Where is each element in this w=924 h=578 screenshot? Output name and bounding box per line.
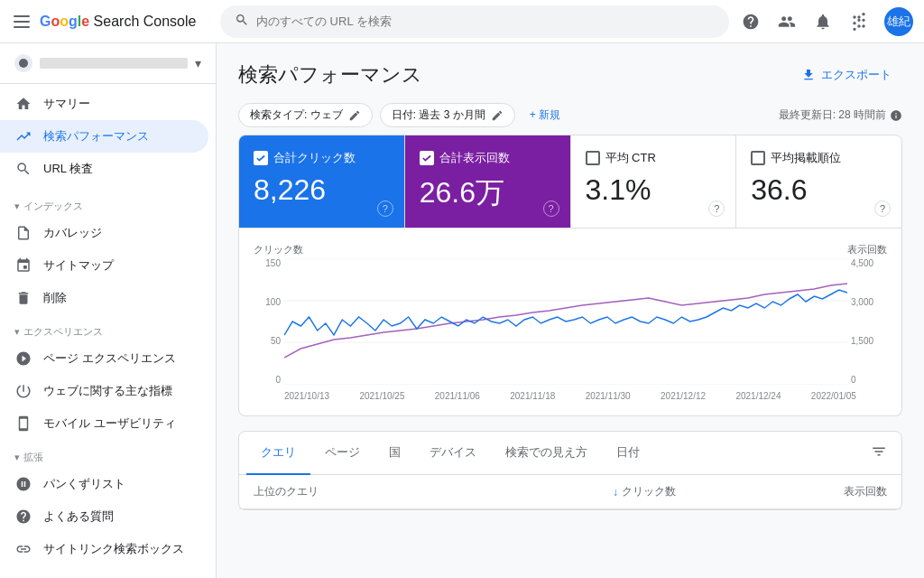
metric-value: 8,226 (254, 173, 390, 207)
tab-search-appearance[interactable]: 検索での見え方 (491, 432, 602, 475)
metric-checkbox[interactable] (751, 151, 765, 165)
tab-pages[interactable]: ページ (310, 432, 374, 475)
sidebar-item-url-inspection[interactable]: URL 検査 (0, 153, 208, 185)
experience-category: ▾ エクスペリエンス (0, 314, 216, 342)
svg-rect-0 (14, 15, 30, 17)
sidebar-item-page-experience[interactable]: ページ エクスペリエンス (0, 342, 208, 375)
x-label-5: 2021/12/12 (661, 391, 706, 401)
dropdown-arrow-icon: ▾ (195, 56, 201, 70)
search-bar[interactable] (220, 5, 729, 38)
sidebar-item-label: 削除 (43, 290, 67, 306)
avatar[interactable]: 雄紀 (884, 7, 913, 36)
chart-left-label: クリック数 (254, 243, 303, 256)
y-axis-right-zero: 0 (851, 375, 887, 385)
faq-icon (14, 508, 32, 526)
add-filter-button[interactable]: + 新規 (522, 104, 568, 126)
sidebar-item-sitelinks[interactable]: サイトリンク検索ボックス (0, 533, 208, 565)
sidebar-item-label: パンくずリスト (43, 476, 125, 492)
metric-header: 平均 CTR (586, 150, 722, 166)
sidebar-item-search-performance[interactable]: 検索パフォーマンス (0, 120, 208, 153)
svg-rect-1 (14, 21, 30, 23)
sidebar-item-breadcrumbs[interactable]: パンくずリスト (0, 468, 208, 500)
svg-rect-2 (14, 26, 30, 28)
metric-info-icon[interactable]: ? (874, 200, 891, 217)
sidebar-item-web-vitals[interactable]: ウェブに関する主な指標 (0, 375, 208, 407)
metric-label: 平均掲載順位 (771, 150, 841, 166)
svg-point-3 (19, 59, 28, 68)
sidebar-item-coverage[interactable]: カバレッジ (0, 217, 208, 249)
metric-value: 3.1% (586, 173, 722, 207)
tabs-header: クエリ ページ 国 デバイス 検索での見え方 日付 (239, 432, 901, 475)
search-input[interactable] (256, 14, 715, 28)
help-icon[interactable] (740, 11, 762, 33)
sidebar-item-faq[interactable]: よくある質問 (0, 500, 208, 533)
x-label-6: 2021/12/24 (735, 391, 781, 401)
tab-devices[interactable]: デバイス (415, 432, 491, 475)
page-header: 検索パフォーマンス エクスポート (238, 61, 902, 89)
menu-icon[interactable] (11, 11, 32, 33)
metric-checkbox[interactable] (586, 151, 600, 165)
gauge-icon (14, 382, 32, 400)
enhancements-category: ▾ 拡張 (0, 440, 216, 468)
y-axis-left-mid: 100 (254, 297, 281, 307)
property-name (40, 58, 188, 69)
sitemap-icon (14, 256, 32, 275)
export-button[interactable]: エクスポート (790, 61, 902, 89)
table-col-queries: 上位のクエリ (254, 484, 465, 499)
property-selector[interactable]: ▾ (0, 43, 216, 84)
metric-header: 合計クリック数 (254, 150, 390, 166)
x-label-0: 2021/10/13 (284, 391, 329, 401)
chart-container: クリック数 表示回数 150 100 50 0 (238, 228, 902, 416)
main-nav-section: サマリー 検索パフォーマンス URL 検査 (0, 84, 216, 189)
apps-icon[interactable] (848, 11, 870, 33)
metric-card-clicks[interactable]: 合計クリック数 8,226 ? (239, 135, 405, 228)
sidebar-item-sitemap[interactable]: サイトマップ (0, 249, 208, 282)
y-axis-left-zero: 0 (254, 375, 281, 385)
filter-bar: 検索タイプ: ウェブ 日付: 過去 3 か月間 + 新規 最終更新日: 28 時… (238, 103, 902, 127)
sidebar-item-label: カバレッジ (43, 225, 102, 241)
url-search-icon (14, 160, 32, 178)
metric-card-impressions[interactable]: 合計表示回数 26.6万 ? (405, 135, 571, 228)
sidebar-item-label: よくある質問 (43, 508, 114, 525)
x-label-1: 2021/10/25 (359, 391, 404, 401)
metric-checkbox[interactable] (420, 151, 434, 165)
tab-queries[interactable]: クエリ (246, 432, 310, 475)
y-axis-left-low: 50 (254, 336, 281, 346)
search-type-filter[interactable]: 検索タイプ: ウェブ (238, 103, 373, 127)
main-content: 検索パフォーマンス エクスポート 検索タイプ: ウェブ 日付: 過去 3 か月間… (217, 43, 924, 578)
metric-info-icon[interactable]: ? (377, 200, 393, 217)
sidebar-item-label: ページ エクスペリエンス (43, 350, 176, 367)
category-arrow-icon: ▾ (14, 200, 20, 212)
mobile-icon (14, 415, 32, 433)
home-icon (14, 95, 32, 113)
sidebar: ▾ サマリー 検索パフォーマンス URL 検査 (0, 43, 217, 578)
people-icon[interactable] (776, 11, 798, 33)
sort-arrow-icon: ↓ (613, 486, 618, 499)
table-col-clicks[interactable]: ↓ クリック数 (465, 484, 676, 499)
metric-label: 合計表示回数 (439, 150, 510, 166)
page-experience-icon (14, 350, 32, 368)
category-arrow-icon: ▾ (14, 326, 20, 338)
sidebar-item-label: ウェブに関する主な指標 (43, 383, 172, 399)
sidebar-item-removals[interactable]: 削除 (0, 282, 208, 314)
last-updated: 最終更新日: 28 時間前 (779, 107, 902, 123)
main-layout: ▾ サマリー 検索パフォーマンス URL 検査 (0, 43, 924, 578)
bell-icon[interactable] (812, 11, 834, 33)
sidebar-item-summary[interactable]: サマリー (0, 88, 208, 120)
sidebar-item-label: 検索パフォーマンス (43, 128, 149, 144)
metric-card-ctr[interactable]: 平均 CTR 3.1% ? (571, 135, 737, 228)
filter-icon[interactable] (864, 436, 894, 470)
logo-area: Google Google Search ConsoleSearch Conso… (11, 11, 209, 33)
sidebar-item-mobile-usability[interactable]: モバイル ユーザビリティ (0, 407, 208, 440)
y-axis-right-low: 1,500 (851, 336, 887, 346)
breadcrumb-icon (14, 475, 32, 493)
metric-info-icon[interactable]: ? (543, 200, 559, 217)
metric-info-icon[interactable]: ? (708, 200, 725, 217)
tab-countries[interactable]: 国 (374, 432, 415, 475)
sidebar-item-label: サイトマップ (43, 257, 114, 274)
metric-card-position[interactable]: 平均掲載順位 36.6 ? (736, 135, 901, 228)
date-filter[interactable]: 日付: 過去 3 か月間 (380, 103, 515, 127)
y-axis-right-mid: 3,000 (851, 297, 887, 307)
tab-date[interactable]: 日付 (602, 432, 654, 475)
metric-checkbox[interactable] (254, 151, 268, 165)
